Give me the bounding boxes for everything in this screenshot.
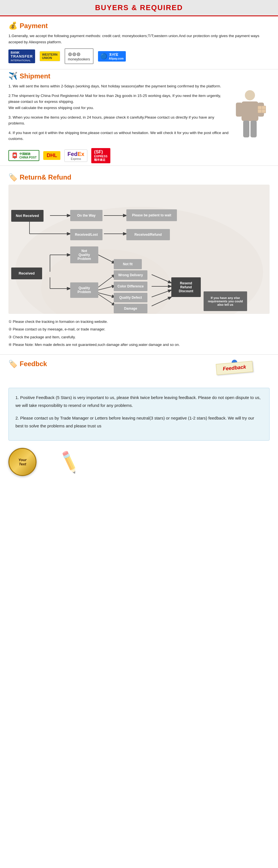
pin-note: Feedback (216, 361, 253, 375)
refund-note-1: ① Please check the tracking in formation… (8, 318, 270, 325)
flowchart-container: Not Received On the Way Please be patien… (8, 185, 270, 314)
fc-wrong-delivery: Wrong Delivery (114, 270, 147, 280)
western-union-logo: WESTERNUNION (40, 51, 60, 61)
feedback-bottom-row: Your Text ✏️ (8, 445, 270, 479)
feedback-content-box: 1. Positive Feedback (5 Stars) is very i… (8, 388, 270, 441)
dhl-logo: DHL (43, 151, 60, 160)
feedback-para2: 2. Please contact us by Trade Manager or… (15, 414, 263, 430)
svg-rect-2 (236, 102, 242, 117)
moneybookers-logo: ⊚⊚⊚moneybookers (65, 48, 94, 64)
sf-express-logo: (SF) EXPRESS顺丰速运 (91, 148, 110, 163)
feedback-pin-area: Feedback (216, 360, 253, 385)
shipment-person-image (230, 83, 270, 145)
payment-title-row: 💰 Payment (8, 21, 270, 30)
fc-not-fit: Not fit (114, 259, 142, 269)
fc-received-refund: Received/Refund (126, 229, 170, 240)
feedback-pin: Feedback (216, 360, 253, 385)
fc-not-quality: NotQualityProblem (70, 246, 98, 263)
fedex-logo: FedEx Express (64, 150, 87, 162)
fc-resend-refund: ResendRefundDiscount (171, 277, 201, 297)
chinapost-logo: 📮 中国邮政CHINA POST (8, 150, 39, 161)
fc-quality-defect: Quality Defect (114, 293, 147, 302)
refund-icon: 🏷️ (8, 173, 18, 182)
svg-rect-4 (243, 121, 249, 137)
payment-section: 💰 Payment 1.Generally, we accept the fol… (0, 16, 278, 67)
refund-note-3: ③ Check the package and Item, carefully. (8, 334, 270, 340)
refund-section: 🏷️ Return& Refund (0, 168, 278, 352)
refund-note-2: ② Please contact us by meesage, e-mail, … (8, 326, 270, 333)
bank-transfer-logo: BANKTRANSFERINTERNATIONAL (8, 50, 35, 63)
refund-title-row: 🏷️ Return& Refund (8, 173, 270, 182)
shipment-para2: 2.The shipment by China Post Registered … (8, 93, 230, 111)
feedback-section: 🏷️ Feedbck Feedback 1. Positive Feedback… (0, 357, 278, 485)
feedback-header-row: 🏷️ Feedbck Feedback (8, 360, 270, 385)
fc-damage: Damage (114, 304, 147, 313)
page-title: BUYERS & REQUIRED (0, 3, 278, 12)
shipment-content: 1. We will sent the items within 2-5days… (8, 83, 270, 145)
shipment-para3: 3. When you receive the items you ordere… (8, 114, 230, 126)
feedback-title-area: 🏷️ Feedbck (8, 360, 47, 368)
refund-heading: Return& Refund (20, 174, 71, 181)
svg-point-0 (245, 90, 255, 100)
page-header: BUYERS & REQUIRED (0, 0, 278, 16)
refund-note-4: ④ Please Note: Men made defects are not … (8, 341, 270, 348)
shipment-icon: ✈️ (8, 72, 18, 81)
shipment-para1: 1. We will sent the items within 2-5days… (8, 83, 230, 89)
fc-not-received: Not Received (11, 210, 43, 222)
feedback-icon: 🏷️ (8, 360, 18, 368)
shipping-logos: 📮 中国邮政CHINA POST DHL FedEx Express (SF) … (8, 148, 270, 163)
fc-patient: Please be patient to wait (126, 209, 177, 221)
gold-badge: Your Text (8, 448, 36, 476)
shipment-title-row: ✈️ Shipment (8, 72, 270, 81)
fc-received-lost: Received/Lost (70, 229, 103, 240)
fc-quality-problem: QualityProblem (70, 282, 98, 298)
payment-heading: Payment (20, 22, 48, 30)
shipment-section: ✈️ Shipment 1. We will sent the items wi… (0, 72, 278, 163)
refund-notes: ① Please check the tracking in formation… (8, 318, 270, 348)
payment-logos: BANKTRANSFERINTERNATIONAL WESTERNUNION ⊚… (8, 48, 270, 64)
fc-color-diff: Color Difference (114, 282, 147, 291)
payment-icon: 💰 (8, 21, 18, 30)
fc-received: Received (11, 268, 42, 279)
feedback-para1: 1. Positive Feedback (5 Stars) is very i… (15, 394, 263, 410)
feedback-heading: Feedbck (20, 360, 47, 368)
shipment-heading: Shipment (20, 72, 50, 80)
pencil-image: ✏️ (56, 449, 83, 475)
shipment-text-col: 1. We will sent the items within 2-5days… (8, 83, 230, 145)
fc-on-the-way: On the Way (70, 210, 103, 221)
svg-rect-5 (250, 121, 257, 137)
svg-rect-1 (242, 101, 258, 121)
shipment-para4: 4. If you have not got it within the shi… (8, 130, 230, 142)
payment-text: 1.Generally, we accept the following pay… (8, 33, 270, 45)
fc-requirements: If you have any else requirements you co… (204, 291, 247, 311)
alipay-logo: 🔵 支付宝Alipay.com (98, 51, 126, 62)
